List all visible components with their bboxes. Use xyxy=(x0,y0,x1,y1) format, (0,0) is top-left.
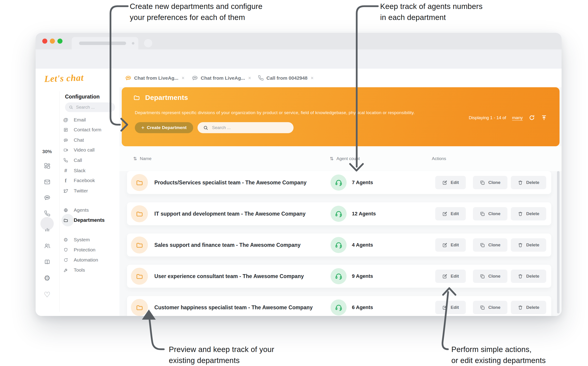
edit-icon xyxy=(442,305,447,310)
departments-header-panel: Departments Departments represent specif… xyxy=(122,87,559,146)
trash-icon xyxy=(518,305,523,310)
facebook-icon: f xyxy=(63,177,69,184)
sidebar-item-call[interactable]: Call xyxy=(63,155,118,165)
sidebar-item-twitter[interactable]: Twitter xyxy=(63,186,118,196)
folder-icon xyxy=(63,218,69,223)
trash-icon xyxy=(518,180,523,185)
heart-icon: ♡ xyxy=(44,290,51,299)
browser-tab-close-icon[interactable] xyxy=(132,42,134,45)
edit-button[interactable]: Edit xyxy=(435,270,466,283)
clone-button[interactable]: Clone xyxy=(473,270,507,283)
departments-search-input[interactable] xyxy=(212,125,281,130)
phone-icon xyxy=(258,75,264,81)
app-header: Let's chat Chat from LiveAg... × Chat fr… xyxy=(36,69,562,87)
department-row: IT support and development team - The Aw… xyxy=(127,202,551,225)
traffic-light-maximize[interactable] xyxy=(57,38,62,44)
twitter-icon xyxy=(63,189,69,193)
chat-bubble-icon xyxy=(63,138,69,143)
scroll-to-top-icon[interactable] xyxy=(541,114,547,121)
sidebar-item-agents[interactable]: Agents xyxy=(63,205,118,215)
sidebar-item-contact-form[interactable]: Contact form xyxy=(63,125,118,135)
sidebar-item-tools[interactable]: Tools xyxy=(63,265,118,275)
browser-tab[interactable] xyxy=(72,37,138,49)
delete-button[interactable]: Delete xyxy=(511,176,546,189)
agent-headset-icon xyxy=(330,299,347,315)
folder-icon xyxy=(131,205,148,222)
create-department-button[interactable]: + Create Department xyxy=(135,122,193,133)
form-icon xyxy=(63,127,69,132)
sort-icon[interactable]: ⇅ xyxy=(330,156,334,161)
new-tab-button[interactable] xyxy=(144,39,152,47)
rail-reports-icon[interactable] xyxy=(36,226,59,233)
folder-icon xyxy=(131,299,148,316)
column-header-name[interactable]: ⇅ Name xyxy=(133,146,151,171)
rail-mail-icon[interactable] xyxy=(36,179,59,185)
edit-button[interactable]: Edit xyxy=(435,176,466,189)
sidebar-item-system[interactable]: ⚙ System xyxy=(63,235,118,245)
folder-icon xyxy=(131,268,148,285)
delete-button[interactable]: Delete xyxy=(511,301,546,314)
rail-call-icon[interactable] xyxy=(36,210,59,216)
ticket-tab-label: Chat from LiveAg... xyxy=(201,75,245,81)
chat-bubble-icon xyxy=(125,75,131,81)
close-icon[interactable]: × xyxy=(181,75,185,81)
ticket-tab-chat-2[interactable]: Chat from LiveAg... × xyxy=(192,69,252,87)
delete-button[interactable]: Delete xyxy=(511,238,546,252)
delete-button[interactable]: Delete xyxy=(511,270,546,283)
chat-bubble-icon xyxy=(192,75,198,81)
department-row: User experience consultant team - The Aw… xyxy=(127,265,551,288)
rail-settings-icon[interactable]: ⚙ xyxy=(36,274,59,282)
shield-icon xyxy=(63,248,69,252)
delete-button[interactable]: Delete xyxy=(511,207,546,221)
close-icon[interactable]: × xyxy=(310,75,314,81)
clone-icon xyxy=(480,243,485,248)
sidebar-search[interactable] xyxy=(65,102,115,112)
annotation-line: existing departments xyxy=(169,355,274,366)
sidebar-item-video-call[interactable]: Video call xyxy=(63,145,118,155)
edit-icon xyxy=(442,243,447,248)
paging-controls: Displaying 1 - 14 of many xyxy=(469,114,547,121)
close-icon[interactable]: × xyxy=(248,75,252,81)
traffic-light-minimize[interactable] xyxy=(50,38,55,44)
paging-many-link[interactable]: many xyxy=(512,115,523,120)
edit-icon xyxy=(442,180,447,185)
sidebar-item-facebook[interactable]: f Facebook xyxy=(63,175,118,185)
column-header-agent-count[interactable]: ⇅ Agent count xyxy=(330,146,360,171)
list-scrollbar[interactable] xyxy=(557,171,559,313)
clone-button[interactable]: Clone xyxy=(473,207,507,221)
departments-search[interactable] xyxy=(198,122,294,133)
clone-button[interactable]: Clone xyxy=(473,176,507,189)
sidebar-item-email[interactable]: @ Email xyxy=(63,115,118,125)
annotation-top-left: Create new departments and configure you… xyxy=(130,1,263,23)
sidebar-search-input[interactable] xyxy=(76,105,111,110)
agent-count: 12 Agents xyxy=(352,202,376,225)
edit-button[interactable]: Edit xyxy=(435,207,466,221)
sidebar-item-protection[interactable]: Protection xyxy=(63,245,118,255)
ticket-tab-call[interactable]: Call from 0042948 × xyxy=(258,69,314,87)
browser-toolbar: samplepage.ladesk.com xyxy=(36,49,562,69)
sidebar-item-automation[interactable]: Automation xyxy=(63,255,118,265)
rail-knowledgebase-icon[interactable] xyxy=(36,259,59,265)
rail-customers-icon[interactable] xyxy=(36,243,59,249)
sidebar-item-chat[interactable]: Chat xyxy=(63,135,118,145)
rail-favorites-icon[interactable]: ♡ xyxy=(36,290,59,299)
refresh-icon[interactable] xyxy=(529,114,535,121)
traffic-light-close[interactable] xyxy=(42,38,47,44)
search-icon xyxy=(203,125,208,130)
sort-icon[interactable]: ⇅ xyxy=(133,156,137,161)
ticket-tab-label: Chat from LiveAg... xyxy=(134,75,178,81)
clone-button[interactable]: Clone xyxy=(473,301,507,314)
annotation-line: Keep track of agents numbers xyxy=(380,1,482,12)
rail-dashboard-icon[interactable] xyxy=(36,163,59,169)
sidebar-item-slack[interactable]: # Slack xyxy=(63,166,118,176)
browser-tab-strip xyxy=(36,33,562,49)
edit-button[interactable]: Edit xyxy=(435,301,466,314)
rail-chat-icon[interactable] xyxy=(36,194,59,201)
ticket-tab-chat-1[interactable]: Chat from LiveAg... × xyxy=(125,69,185,87)
sidebar-item-departments[interactable]: Departments xyxy=(63,215,118,225)
video-icon xyxy=(63,148,69,152)
edit-button[interactable]: Edit xyxy=(435,238,466,252)
annotation-bottom-left: Preview and keep track of your existing … xyxy=(169,344,274,366)
agents-icon xyxy=(63,208,69,213)
clone-button[interactable]: Clone xyxy=(473,238,507,252)
